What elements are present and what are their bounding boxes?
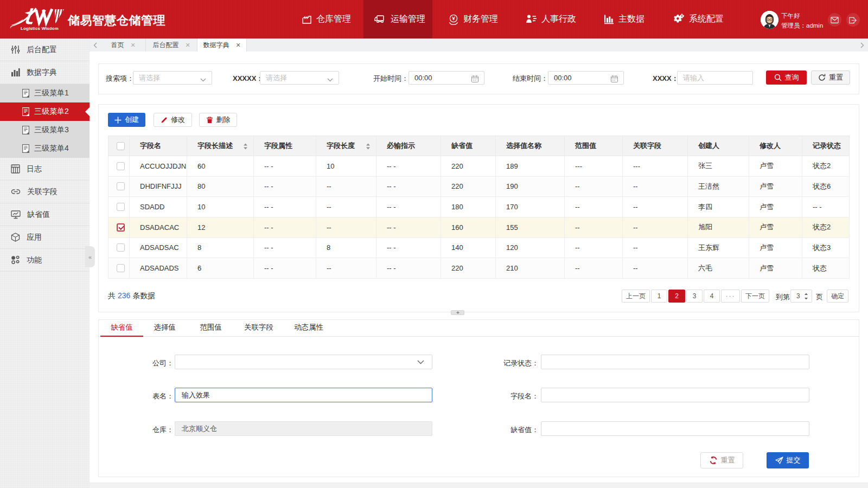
svg-text:Logistics Wisdom: Logistics Wisdom [21,26,59,31]
